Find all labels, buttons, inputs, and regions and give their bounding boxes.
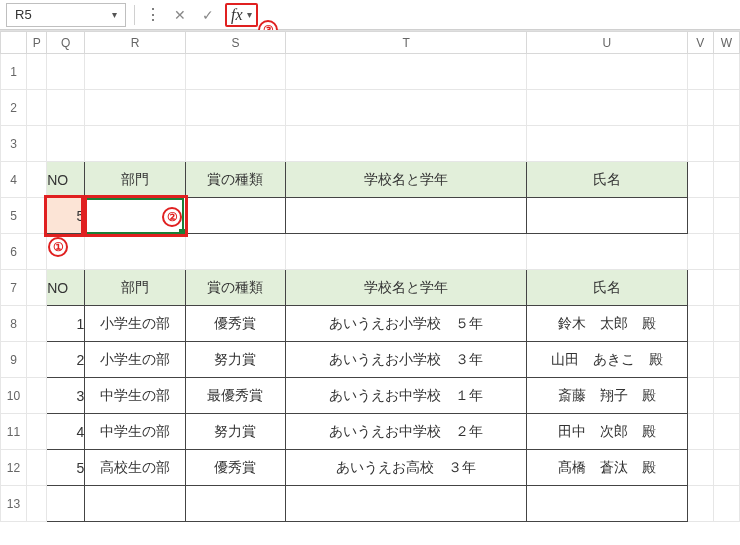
table-cell[interactable]: 田中 次郎 殿 <box>527 414 688 450</box>
row-header[interactable]: 13 <box>1 486 27 522</box>
name-box[interactable]: R5 ▾ <box>6 3 126 27</box>
table-cell[interactable]: あいうえお中学校 １年 <box>286 378 527 414</box>
row-header[interactable]: 10 <box>1 378 27 414</box>
row-header[interactable]: 11 <box>1 414 27 450</box>
separator <box>134 5 135 25</box>
table-cell[interactable]: 小学生の部 <box>85 342 185 378</box>
table-cell[interactable]: 中学生の部 <box>85 414 185 450</box>
fx-icon: fx <box>231 6 243 24</box>
row-header[interactable]: 7 <box>1 270 27 306</box>
col-header[interactable]: Q <box>47 32 85 54</box>
table-header[interactable]: 部門 <box>85 162 185 198</box>
column-header-row: P Q R S T U V W <box>1 32 740 54</box>
enter-icon[interactable]: ✓ <box>197 4 219 26</box>
table-cell[interactable]: 優秀賞 <box>185 306 285 342</box>
callout-2: ② <box>162 207 182 227</box>
table-cell[interactable]: 努力賞 <box>185 342 285 378</box>
insert-function-button[interactable]: fx ▾ <box>225 3 258 27</box>
name-box-value: R5 <box>15 7 32 22</box>
table-cell[interactable]: あいうえお高校 ３年 <box>286 450 527 486</box>
cell-S5[interactable] <box>185 198 285 234</box>
formula-bar: R5 ▾ ⋮ ✕ ✓ fx ▾ <box>0 0 740 30</box>
chevron-down-icon: ▾ <box>247 9 252 20</box>
cell-T5[interactable] <box>286 198 527 234</box>
table-cell[interactable]: 1 <box>47 306 85 342</box>
row-header[interactable]: 5 <box>1 198 27 234</box>
table-header[interactable]: 学校名と学年 <box>286 162 527 198</box>
table-cell[interactable]: あいうえお小学校 ３年 <box>286 342 527 378</box>
table-cell[interactable]: 4 <box>47 414 85 450</box>
table-cell[interactable] <box>185 486 285 522</box>
table-cell[interactable] <box>286 486 527 522</box>
table-cell[interactable]: あいうえお小学校 ５年 <box>286 306 527 342</box>
table-cell[interactable]: 3 <box>47 378 85 414</box>
col-header[interactable]: W <box>713 32 739 54</box>
formula-input[interactable] <box>264 3 734 27</box>
col-header[interactable]: P <box>27 32 47 54</box>
row-header[interactable]: 6 <box>1 234 27 270</box>
table-cell[interactable]: 優秀賞 <box>185 450 285 486</box>
table-cell[interactable] <box>527 486 688 522</box>
table-cell[interactable]: 中学生の部 <box>85 378 185 414</box>
spreadsheet-grid[interactable]: P Q R S T U V W 1 2 3 4 NO 部門 賞の種類 学校名と学… <box>0 30 740 522</box>
table-cell[interactable]: 小学生の部 <box>85 306 185 342</box>
col-header[interactable]: S <box>185 32 285 54</box>
callout-1: ① <box>48 237 68 257</box>
table-cell[interactable]: 高校生の部 <box>85 450 185 486</box>
row-header[interactable]: 8 <box>1 306 27 342</box>
row-header[interactable]: 3 <box>1 126 27 162</box>
col-header[interactable]: T <box>286 32 527 54</box>
table-header[interactable]: 部門 <box>85 270 185 306</box>
chevron-down-icon: ▾ <box>112 9 117 20</box>
table-cell[interactable] <box>47 486 85 522</box>
table-cell[interactable]: 鈴木 太郎 殿 <box>527 306 688 342</box>
table-header[interactable]: 賞の種類 <box>185 162 285 198</box>
row-header[interactable]: 9 <box>1 342 27 378</box>
table-cell[interactable] <box>85 486 185 522</box>
row-header[interactable]: 12 <box>1 450 27 486</box>
table-cell[interactable]: 5 <box>47 450 85 486</box>
table-cell[interactable]: 髙橋 蒼汰 殿 <box>527 450 688 486</box>
table-cell[interactable]: あいうえお中学校 ２年 <box>286 414 527 450</box>
table-header[interactable]: 氏名 <box>527 162 688 198</box>
cell-U5[interactable] <box>527 198 688 234</box>
more-icon[interactable]: ⋮ <box>143 7 163 23</box>
col-header[interactable]: V <box>687 32 713 54</box>
row-header[interactable]: 4 <box>1 162 27 198</box>
col-header[interactable]: R <box>85 32 185 54</box>
table-cell[interactable]: 努力賞 <box>185 414 285 450</box>
col-header[interactable]: U <box>527 32 688 54</box>
row-header[interactable]: 2 <box>1 90 27 126</box>
select-all[interactable] <box>1 32 27 54</box>
table-header[interactable]: 氏名 <box>527 270 688 306</box>
table-cell[interactable]: 斎藤 翔子 殿 <box>527 378 688 414</box>
table-header[interactable]: 学校名と学年 <box>286 270 527 306</box>
table-header[interactable]: NO <box>47 270 85 306</box>
row-header[interactable]: 1 <box>1 54 27 90</box>
table-cell[interactable]: 最優秀賞 <box>185 378 285 414</box>
table-cell[interactable]: 山田 あきこ 殿 <box>527 342 688 378</box>
table-header[interactable]: 賞の種類 <box>185 270 285 306</box>
cell-Q5[interactable]: 5 <box>47 198 85 234</box>
table-cell[interactable]: 2 <box>47 342 85 378</box>
table-header[interactable]: NO <box>47 162 85 198</box>
cancel-icon[interactable]: ✕ <box>169 4 191 26</box>
